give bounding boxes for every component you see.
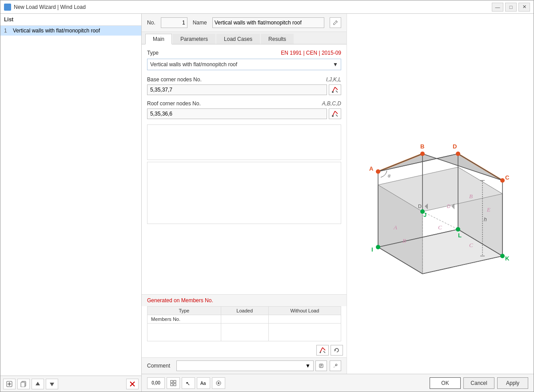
svg-point-15: [332, 91, 334, 93]
roof-corner-group: Roof corner nodes No. A,B,C,D: [147, 100, 341, 119]
display-button[interactable]: Aa: [197, 377, 210, 389]
svg-text:Aa: Aa: [200, 381, 206, 386]
base-corner-label: Base corner nodes No.: [147, 76, 202, 83]
list-item[interactable]: 1 Vertical walls with flat/monopitch roo…: [0, 26, 141, 36]
move-down-button[interactable]: [46, 379, 58, 389]
svg-text:D: D: [418, 204, 422, 209]
roof-corner-input[interactable]: [147, 108, 327, 119]
grid-button[interactable]: [167, 377, 180, 389]
coordinate-label: 0,00: [151, 380, 160, 385]
comment-arrow-icon: ▼: [305, 363, 311, 369]
list-header: List: [0, 14, 141, 26]
base-corner-pick-button[interactable]: [329, 84, 341, 95]
members-table-container: Type Loaded Without Load Members No.: [142, 306, 347, 343]
svg-point-70: [456, 227, 460, 232]
svg-text:D: D: [447, 204, 450, 209]
comment-dropdown[interactable]: ▼: [176, 360, 314, 371]
base-corner-input[interactable]: [147, 84, 327, 95]
tab-main[interactable]: Main: [145, 34, 172, 44]
table-empty-cell-2: [221, 324, 268, 341]
svg-rect-7: [21, 382, 25, 387]
tabs: Main Parameters Load Cases Results: [142, 32, 347, 44]
tab-parameters[interactable]: Parameters: [173, 34, 215, 44]
svg-text:J: J: [423, 212, 426, 218]
coordinate-button[interactable]: 0,00: [147, 377, 165, 389]
dropdown-row: Vertical walls with flat/monopitch roof …: [147, 59, 341, 70]
svg-text:C: C: [469, 242, 473, 248]
tab-results[interactable]: Results: [261, 34, 294, 44]
base-corner-input-row: [147, 84, 341, 95]
cancel-button[interactable]: Cancel: [463, 377, 494, 389]
minimize-button[interactable]: —: [492, 3, 503, 12]
cursor-button[interactable]: ↖: [182, 377, 195, 389]
name-input[interactable]: [212, 17, 324, 28]
type-dropdown[interactable]: Vertical walls with flat/monopitch roof …: [147, 59, 341, 70]
name-label: Name: [193, 20, 207, 26]
svg-text:A: A: [369, 165, 374, 172]
svg-marker-8: [36, 382, 40, 385]
delete-button[interactable]: [126, 379, 139, 389]
table-header-without-load: Without Load: [268, 307, 341, 315]
svg-text:α: α: [388, 173, 391, 178]
title-controls: — □ ✕: [492, 3, 530, 12]
roof-corner-pick-button[interactable]: [329, 108, 341, 119]
form-panel: No. Name Main Parameters Load Cases Res: [142, 14, 347, 374]
no-label: No.: [147, 20, 155, 26]
svg-text:B: B: [469, 193, 473, 200]
maximize-button[interactable]: □: [505, 3, 517, 12]
comment-edit-button[interactable]: [315, 360, 327, 371]
generated-header: Generated on Members No.: [142, 295, 347, 306]
no-name-row: No. Name: [142, 14, 347, 32]
generated-section: Generated on Members No. Type Loaded Wit…: [142, 294, 347, 357]
list-item-label: Vertical walls with flat/monopitch roof: [13, 28, 100, 34]
viz-panel: A B C B E C A B: [347, 14, 534, 374]
svg-text:K: K: [505, 255, 510, 262]
tab-load-cases[interactable]: Load Cases: [216, 34, 260, 44]
svg-point-56: [376, 169, 380, 174]
svg-text:C: C: [438, 224, 442, 231]
window-title: New Load Wizard | Wind Load: [14, 4, 86, 10]
roof-corner-hint: A,B,C,D: [322, 100, 341, 107]
svg-marker-9: [50, 383, 54, 386]
svg-text:I: I: [371, 246, 373, 253]
svg-point-88: [218, 382, 219, 384]
roof-corner-label: Roof corner nodes No.: [147, 100, 201, 107]
base-corner-group: Base corner nodes No. I,J,K,L: [147, 76, 341, 95]
svg-point-60: [500, 178, 505, 183]
roof-corner-input-row: [147, 108, 341, 119]
ok-button[interactable]: OK: [430, 377, 461, 389]
dropdown-value: Vertical walls with flat/monopitch roof: [150, 61, 237, 68]
building-diagram: A B C B E C A B: [356, 105, 525, 283]
svg-rect-84: [174, 384, 176, 386]
table-row-empty: [147, 324, 341, 341]
svg-text:B: B: [402, 237, 406, 244]
view-button[interactable]: [212, 377, 225, 389]
table-pick-button[interactable]: [316, 345, 329, 356]
table-row: Members No.: [147, 315, 341, 324]
no-input[interactable]: [161, 17, 187, 28]
right-content: No. Name Main Parameters Load Cases Res: [142, 14, 534, 392]
bottom-left-tools: 0,00 ↖ Aa: [147, 377, 225, 389]
svg-rect-82: [174, 380, 176, 383]
svg-text:↖: ↖: [186, 380, 190, 386]
main-window: New Load Wizard | Wind Load — □ ✕ List 1…: [0, 0, 534, 392]
list-items: 1 Vertical walls with flat/monopitch roo…: [0, 26, 141, 376]
base-corner-hint: I,J,K,L: [326, 76, 341, 83]
spacer-box-1: [147, 124, 341, 160]
svg-line-20: [323, 348, 325, 350]
table-refresh-button[interactable]: [331, 345, 343, 356]
close-button[interactable]: ✕: [518, 3, 530, 12]
name-edit-button[interactable]: [330, 17, 341, 28]
add-button[interactable]: [3, 379, 16, 389]
copy-button[interactable]: [17, 379, 30, 389]
comment-link-button[interactable]: [330, 360, 341, 371]
left-panel: List 1 Vertical walls with flat/monopitc…: [0, 14, 142, 392]
title-bar-left: New Load Wizard | Wind Load: [4, 4, 86, 11]
form-content: Type EN 1991 | CEN | 2015-09 Vertical wa…: [142, 44, 347, 292]
title-bar: New Load Wizard | Wind Load — □ ✕: [0, 0, 534, 14]
table-empty-cell-3: [268, 324, 341, 341]
move-up-button[interactable]: [32, 379, 44, 389]
svg-text:D: D: [453, 143, 457, 150]
apply-button[interactable]: Apply: [497, 377, 528, 389]
svg-text:L: L: [458, 232, 462, 239]
